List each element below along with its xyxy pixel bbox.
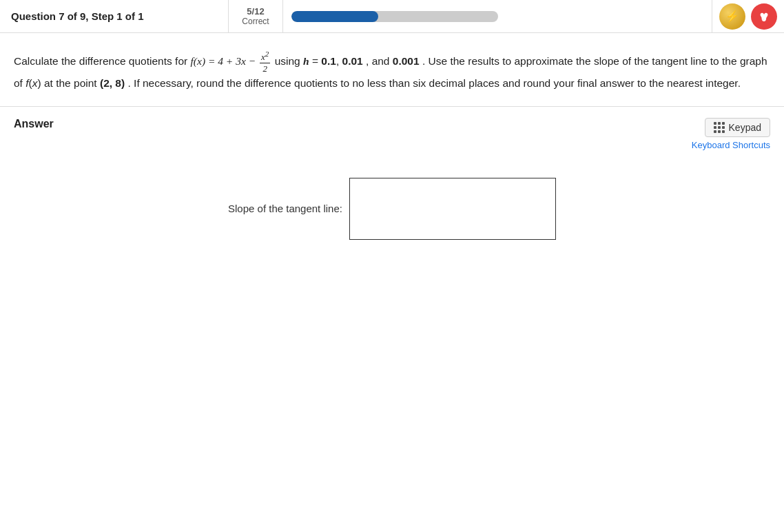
heart-count: 0 [761, 12, 767, 23]
using-word: using [275, 55, 303, 67]
answer-controls: Keypad Keyboard Shortcuts [692, 118, 770, 150]
progress-bar-background [291, 11, 498, 22]
slope-input-label: Slope of the tangent line: [228, 203, 342, 214]
frac-denominator: 2 [261, 63, 269, 74]
input-row: Slope of the tangent line: [14, 178, 770, 240]
heart-badge: 0 [751, 3, 777, 30]
keypad-button-label: Keypad [729, 122, 761, 133]
suffix3: . If necessary, round the difference quo… [127, 77, 740, 89]
point: (2, 8) [100, 77, 125, 89]
answer-label: Answer [14, 118, 54, 130]
answer-area: Answer Keypad Keyboard Shortcuts S [0, 107, 784, 251]
progress-section [283, 0, 712, 32]
fraction-display: 5/12 [247, 6, 264, 17]
question-label: Question 7 of 9, Step 1 of 1 [0, 10, 228, 22]
header: Question 7 of 9, Step 1 of 1 5/12 Correc… [0, 0, 784, 33]
equals-vals: = 0.1, 0.01 [312, 55, 363, 67]
correct-label: Correct [242, 17, 269, 26]
keypad-grid-icon [714, 122, 725, 133]
function-expr: f(x) = 4 + 3x − [191, 55, 259, 67]
header-icons: ⚡ 0 [712, 3, 784, 30]
question-prefix: Calculate the difference quotients for [14, 55, 187, 67]
frac-numerator: x2 [260, 50, 270, 63]
last-val: 0.001 [393, 55, 420, 67]
h-variable: h [303, 55, 309, 67]
suffix2: at the point [44, 77, 100, 89]
correct-section: 5/12 Correct [228, 0, 283, 32]
keypad-button[interactable]: Keypad [705, 118, 770, 137]
coin-symbol: ⚡ [725, 10, 739, 23]
f-of-x: f [25, 77, 28, 89]
keyboard-shortcuts-link[interactable]: Keyboard Shortcuts [692, 140, 770, 150]
coin-icon: ⚡ [719, 3, 745, 30]
question-area: Calculate the difference quotients for f… [0, 33, 784, 107]
question-text: Calculate the difference quotients for f… [14, 50, 770, 92]
and-word: , and [366, 55, 393, 67]
progress-bar-fill [291, 11, 378, 22]
slope-input[interactable] [349, 178, 556, 240]
fraction-x2-over-2: x2 2 [260, 50, 270, 74]
answer-header: Answer Keypad Keyboard Shortcuts [14, 118, 770, 150]
